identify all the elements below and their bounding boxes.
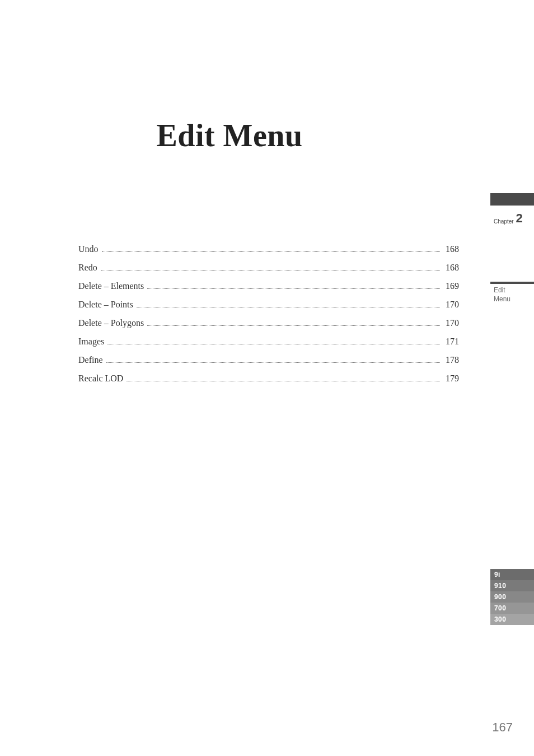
toc-label: Images [78, 335, 104, 348]
toc-row: Delete – Elements 169 [78, 279, 459, 293]
toc-leader-dots [147, 288, 440, 289]
chapter-tab-spacer [490, 193, 534, 206]
toc-label: Undo [78, 242, 99, 256]
toc-leader-dots [106, 362, 440, 363]
toc-label: Delete – Points [78, 298, 133, 311]
model-tab: 910 [490, 580, 534, 591]
toc-leader-dots [137, 307, 440, 307]
toc-label: Delete – Polygons [78, 316, 144, 330]
model-tabs: 9i 910 900 700 300 [490, 569, 534, 625]
model-tab: 900 [490, 591, 534, 603]
page-title: Edit Menu [0, 118, 459, 153]
toc-leader-dots [107, 344, 440, 344]
toc-page-number: 178 [443, 353, 459, 367]
chapter-tab: Chapter 2 [490, 206, 534, 226]
toc-leader-dots [101, 270, 440, 270]
toc-page-number: 179 [443, 372, 459, 385]
model-tab: 300 [490, 614, 534, 625]
toc-label: Redo [78, 261, 97, 274]
model-tab: 9i [490, 569, 534, 580]
table-of-contents: Undo 168 Redo 168 Delete – Elements 169 … [78, 242, 459, 390]
chapter-tab-word: Chapter [494, 219, 514, 225]
toc-row: Delete – Polygons 170 [78, 316, 459, 330]
page: Edit Menu Undo 168 Redo 168 Delete – Ele… [0, 0, 534, 756]
toc-leader-dots [147, 325, 440, 326]
toc-row: Redo 168 [78, 261, 459, 274]
toc-page-number: 170 [443, 298, 459, 311]
page-number: 167 [492, 720, 513, 735]
model-tab: 700 [490, 603, 534, 614]
toc-page-number: 168 [443, 242, 459, 256]
toc-label: Delete – Elements [78, 279, 144, 293]
toc-page-number: 168 [443, 261, 459, 274]
section-tab-line1: Edit [494, 286, 534, 295]
toc-row: Delete – Points 170 [78, 298, 459, 311]
toc-leader-dots [127, 381, 440, 381]
toc-page-number: 170 [443, 316, 459, 330]
section-tab-bar [490, 282, 534, 284]
toc-row: Recalc LOD 179 [78, 372, 459, 385]
toc-label: Define [78, 353, 103, 367]
toc-page-number: 169 [443, 279, 459, 293]
toc-label: Recalc LOD [78, 372, 123, 385]
toc-leader-dots [102, 251, 440, 252]
toc-page-number: 171 [443, 335, 459, 348]
chapter-tab-number: 2 [516, 212, 523, 225]
toc-row: Define 178 [78, 353, 459, 367]
section-tab-label: Edit Menu [490, 286, 534, 304]
section-tab-line2: Menu [494, 295, 534, 304]
toc-row: Undo 168 [78, 242, 459, 256]
toc-row: Images 171 [78, 335, 459, 348]
